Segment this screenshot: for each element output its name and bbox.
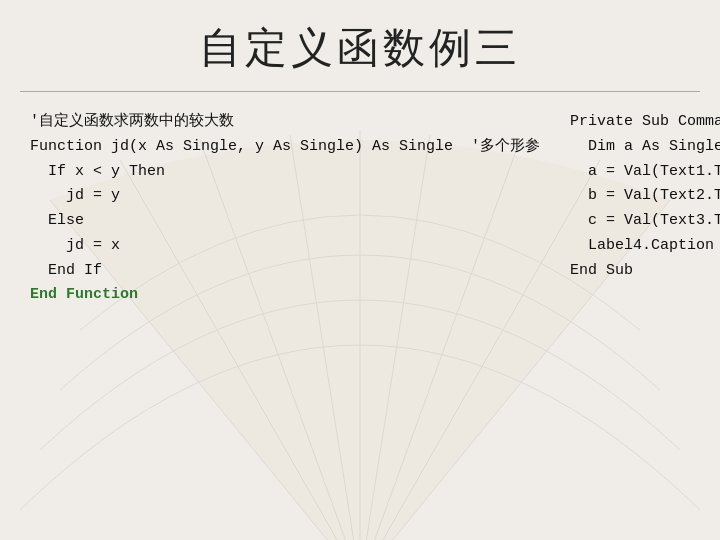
if-line: If x < y Then [30,163,165,180]
assign-a: a = Val(Text1.Text) [570,163,720,180]
end-function-line: End Function [30,286,138,303]
endif-line: End If [30,262,102,279]
label-line: Label4.Caption = "最大的数是" + Str(jd(jd(a,b… [570,237,720,254]
page-title: 自定义函数例三 [20,20,700,76]
code-right: Private Sub Command2_Click() Dim a As Si… [570,110,720,283]
else-line: Else [30,212,84,229]
sub-decl: Private Sub Command2_Click() [570,113,720,130]
dim-line: Dim a As Single, b As Single, c As Singl… [570,138,720,155]
end-sub: End Sub [570,262,633,279]
right-code-block: Private Sub Command2_Click() Dim a As Si… [570,110,720,308]
page-content: 自定义函数例三 '自定义函数求两数中的较大数 Function jd(x As … [0,0,720,308]
comment-line: '自定义函数求两数中的较大数 [30,113,234,130]
assign-b: b = Val(Text2.Text) [570,187,720,204]
assign-c: c = Val(Text3.Text) [570,212,720,229]
jd-assign-2: jd = x [30,237,120,254]
jd-assign-1: jd = y [30,187,120,204]
function-decl: Function jd(x As Single, y As Single) As… [30,138,540,155]
code-left: '自定义函数求两数中的较大数 Function jd(x As Single, … [30,110,540,308]
code-area: '自定义函数求两数中的较大数 Function jd(x As Single, … [0,92,720,308]
left-code-block: '自定义函数求两数中的较大数 Function jd(x As Single, … [30,110,540,308]
title-area: 自定义函数例三 [20,0,700,92]
